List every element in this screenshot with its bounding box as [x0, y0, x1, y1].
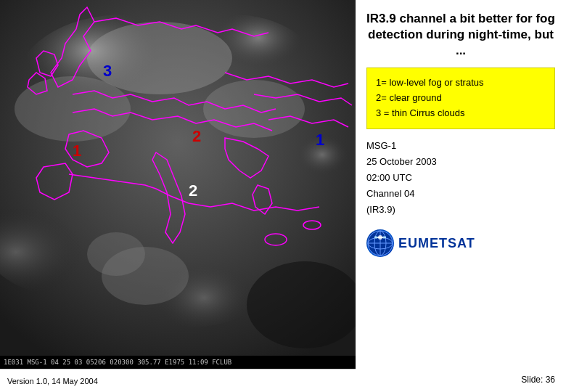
time-line: 02:00 UTC: [366, 170, 555, 186]
channel-line: Channel 04: [366, 186, 555, 202]
satellite-line: MSG-1: [366, 138, 555, 154]
svg-point-11: [87, 232, 145, 276]
label-2-center: 2: [192, 127, 201, 145]
svg-point-8: [203, 80, 305, 138]
label-2-lower: 2: [189, 181, 197, 200]
eumetsat-logo: EUMETSAT: [366, 229, 555, 257]
eumetsat-emblem: [366, 229, 394, 257]
version-text: Version 1.0, 14 May 2004: [7, 377, 98, 385]
label-3: 3: [103, 62, 112, 80]
legend-item-3: 3 = thin Cirrus clouds: [376, 106, 546, 121]
title-text: IR3.9 channel a bit better for fog detec…: [366, 11, 555, 59]
bottom-bar: Version 1.0, 14 May 2004: [0, 369, 356, 392]
svg-point-7: [15, 76, 131, 142]
image-info-text: 1E031 MSG-1 04 25 03 05206 020300 305.77…: [4, 359, 231, 366]
svg-rect-22: [374, 237, 377, 239]
legend-box: 1= low-level fog or stratus 2= clear gro…: [366, 68, 555, 128]
legend-item-2: 2= clear ground: [376, 91, 546, 106]
slide-number: Slide: 36: [521, 375, 555, 385]
metadata-block: MSG-1 25 October 2003 02:00 UTC Channel …: [366, 138, 555, 218]
left-panel: 1 2 1 2 3 1E031 MSG-1 04 25 03 05206 020…: [0, 0, 356, 392]
right-panel: IR3.9 channel a bit better for fog detec…: [356, 0, 566, 392]
date-line: 25 October 2003: [366, 154, 555, 170]
map-overlay: 1 2 1 2 3: [0, 0, 356, 356]
eumetsat-name: EUMETSAT: [398, 236, 475, 251]
main-container: 1 2 1 2 3 1E031 MSG-1 04 25 03 05206 020…: [0, 0, 566, 392]
legend-item-1: 1= low-level fog or stratus: [376, 75, 546, 91]
label-1-red: 1: [73, 142, 81, 160]
svg-rect-23: [383, 237, 386, 239]
label-1-right: 1: [316, 131, 324, 149]
channel-id-line: (IR3.9): [366, 202, 555, 218]
satellite-image: 1 2 1 2 3: [0, 0, 356, 356]
title-block: IR3.9 channel a bit better for fog detec…: [366, 11, 555, 59]
